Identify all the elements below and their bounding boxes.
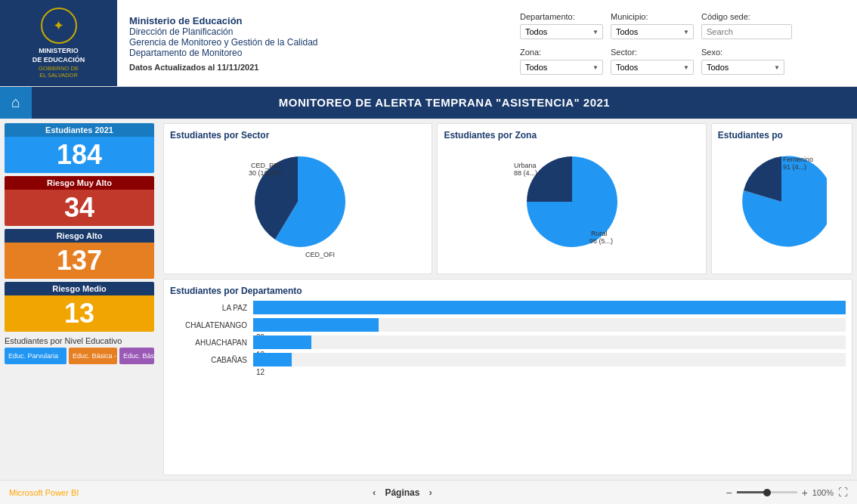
- estudiantes-value: 184: [5, 137, 154, 173]
- expand-button[interactable]: ⛶: [838, 487, 848, 498]
- bar-fill-ahuachapan: [253, 335, 311, 349]
- bar-label-cabanas: CABAÑAS: [170, 356, 253, 364]
- bar-row-lapaz: LA PAZ: [170, 301, 846, 314]
- bar-fill-lapaz: [253, 301, 846, 314]
- sector-pie-svg: CED_PRI 30 (16,3%) CED_OFI 154 (83...): [237, 145, 358, 258]
- municipio-label: Municipio:: [611, 12, 694, 21]
- sector-chart-title: Estudiantes por Sector: [170, 130, 425, 141]
- sexo-chart-card: Estudiantes po Femenino 91 (4...): [711, 123, 852, 274]
- header: ✦ MINISTERIO DE EDUCACIÓN GOBIERNO DE EL…: [0, 0, 857, 87]
- org-line3: Gerencia de Monitoreo y Gestión de la Ca…: [129, 37, 497, 48]
- bar-label-chalatenango: CHALATENANGO: [170, 321, 253, 329]
- page-prev-arrow[interactable]: ‹: [370, 485, 379, 499]
- svg-text:Femenino: Femenino: [783, 156, 813, 163]
- powerbi-link[interactable]: Microsoft Power BI: [9, 488, 79, 497]
- logo-education-text: DE EDUCACIÓN: [32, 56, 85, 65]
- page-title-bar: MONITOREO DE ALERTA TEMPRANA "ASISTENCIA…: [32, 87, 857, 119]
- sexo-chart-title: Estudiantes po: [718, 130, 846, 141]
- zoom-out-button[interactable]: −: [726, 487, 732, 499]
- departamento-chart-card: Estudiantes por Departamento LA PAZ CHAL…: [163, 279, 852, 475]
- bar-row-ahuachapan: AHUACHAPAN 18: [170, 335, 846, 349]
- zona-filter[interactable]: Zona: Todos: [520, 48, 603, 75]
- page-next-arrow[interactable]: ›: [425, 485, 435, 499]
- sexo-select[interactable]: Todos: [701, 60, 784, 75]
- svg-text:CED_OFI: CED_OFI: [305, 251, 335, 258]
- nivel-bar-parvularia: Educ. Parvularia: [5, 348, 67, 364]
- bar-row-chalatenango: CHALATENANGO 39: [170, 318, 846, 332]
- municipio-select[interactable]: Todos: [611, 24, 694, 39]
- bar-bg-ahuachapan: 18: [253, 335, 846, 349]
- nivel-bar-bas: Educ. Bás...: [119, 348, 154, 364]
- departamento-chart-title: Estudiantes por Departamento: [170, 286, 846, 296]
- estudiantes-header: Estudiantes 2021: [5, 123, 154, 137]
- zoom-in-button[interactable]: +: [802, 487, 808, 499]
- bar-fill-chalatenango: [253, 318, 379, 332]
- riesgo-muy-alto-header: Riesgo Muy Alto: [5, 176, 154, 190]
- riesgo-muy-alto-card: Riesgo Muy Alto 34: [5, 176, 154, 226]
- sector-pie-container: CED_PRI 30 (16,3%) CED_OFI 154 (83...): [170, 145, 425, 258]
- page-title: MONITOREO DE ALERTA TEMPRANA "ASISTENCIA…: [279, 96, 610, 109]
- svg-text:Rural: Rural: [591, 230, 608, 237]
- svg-text:Urbana: Urbana: [514, 162, 537, 169]
- pagination: ‹ Páginas ›: [370, 485, 435, 499]
- bar-value-cabanas: 12: [256, 368, 265, 376]
- pages-label: Páginas: [385, 487, 419, 498]
- zona-pie-container: Urbana 88 (4...) Rural 96 (5...): [444, 145, 699, 258]
- nivel-bar-basica: Educ. Básica - ...: [69, 348, 117, 364]
- home-button[interactable]: ⌂: [0, 87, 32, 119]
- sexo-pie-container: Femenino 91 (4...): [718, 145, 846, 258]
- codigo-filter[interactable]: Código sede:: [701, 12, 792, 39]
- logo-ministry-text: MINISTERIO: [39, 47, 79, 56]
- nivel-bars: Educ. Parvularia Educ. Básica - ... Educ…: [5, 348, 154, 364]
- zoom-controls: − + 100% ⛶: [726, 487, 848, 499]
- svg-text:CED_PRI: CED_PRI: [251, 162, 280, 169]
- logo-section: ✦ MINISTERIO DE EDUCACIÓN GOBIERNO DE EL…: [0, 0, 117, 86]
- zona-select[interactable]: Todos: [520, 60, 603, 75]
- riesgo-alto-value: 137: [5, 243, 154, 279]
- sexo-label: Sexo:: [701, 48, 784, 57]
- riesgo-medio-header: Riesgo Medio: [5, 282, 154, 295]
- sexo-filter[interactable]: Sexo: Todos: [701, 48, 784, 75]
- search-input[interactable]: [701, 24, 792, 39]
- nivel-educativo-section: Estudiantes por Nivel Educativo Educ. Pa…: [5, 336, 154, 364]
- zona-chart-title: Estudiantes por Zona: [444, 130, 699, 141]
- logo-country-text: EL SALVADOR: [39, 72, 78, 79]
- bar-bg-cabanas: 12: [253, 353, 846, 366]
- logo-emblem: ✦: [41, 8, 77, 44]
- zoom-slider[interactable]: [737, 491, 797, 493]
- codigo-label: Código sede:: [701, 12, 792, 21]
- org-line2: Dirección de Planificación: [129, 26, 497, 37]
- departamento-filter[interactable]: Departamento: Todos: [520, 12, 603, 39]
- zona-chart-card: Estudiantes por Zona Urbana 88 (4...) Ru…: [437, 123, 706, 274]
- nav-bar: ⌂ MONITOREO DE ALERTA TEMPRANA "ASISTENC…: [0, 87, 857, 119]
- estudiantes-card: Estudiantes 2021 184: [5, 123, 154, 173]
- sexo-pie-svg: Femenino 91 (4...): [736, 145, 827, 258]
- riesgo-alto-card: Riesgo Alto 137: [5, 229, 154, 279]
- bar-label-ahuachapan: AHUACHAPAN: [170, 339, 253, 347]
- logo-govt-text: GOBIERNO DE: [39, 65, 79, 72]
- sector-label: Sector:: [611, 48, 694, 57]
- nivel-educativo-title: Estudiantes por Nivel Educativo: [5, 336, 154, 345]
- bar-label-lapaz: LA PAZ: [170, 304, 253, 312]
- header-title-section: Ministerio de Educación Dirección de Pla…: [117, 0, 509, 86]
- org-line1: Ministerio de Educación: [129, 15, 497, 26]
- bar-bg-chalatenango: 39: [253, 318, 846, 332]
- bar-fill-cabanas: [253, 353, 292, 366]
- municipio-filter[interactable]: Municipio: Todos: [611, 12, 694, 39]
- riesgo-medio-card: Riesgo Medio 13: [5, 282, 154, 332]
- main-content: Estudiantes 2021 184 Riesgo Muy Alto 34 …: [0, 119, 857, 480]
- riesgo-alto-header: Riesgo Alto: [5, 229, 154, 243]
- departamento-label: Departamento:: [520, 12, 603, 21]
- zoom-value: 100%: [812, 488, 834, 497]
- org-line4: Departamento de Monitoreo: [129, 48, 497, 58]
- sector-select[interactable]: Todos: [611, 60, 694, 75]
- departamento-select[interactable]: Todos: [520, 24, 603, 39]
- departamento-bars: LA PAZ CHALATENANGO 39 AHUACHAPAN: [170, 301, 846, 366]
- svg-text:30 (16,3%): 30 (16,3%): [249, 169, 282, 177]
- sector-chart-card: Estudiantes por Sector CED_PRI 30 (16,3%…: [163, 123, 432, 274]
- bar-bg-lapaz: [253, 301, 846, 314]
- home-icon: ⌂: [11, 94, 20, 111]
- sector-filter[interactable]: Sector: Todos: [611, 48, 694, 75]
- bottom-bar: Microsoft Power BI ‹ Páginas › − + 100% …: [0, 480, 857, 504]
- filters-section: Departamento: Todos Municipio: Todos Cód…: [509, 0, 857, 86]
